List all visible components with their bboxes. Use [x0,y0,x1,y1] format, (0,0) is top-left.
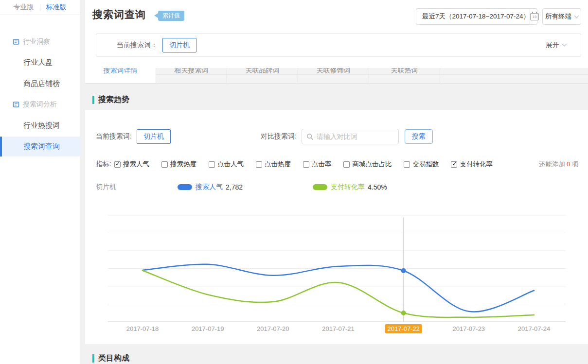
detail-tab-0[interactable]: 搜索词详情 [85,68,156,84]
detail-tabs: 搜索词详情相关搜索词关联品牌词关联修饰词关联热词 [85,68,588,84]
metric-checkbox-item-5[interactable]: 商城点击占比 [343,160,392,169]
metric-checkbox-item-3[interactable]: 点击热度 [256,160,291,169]
legend-swatch-icon [178,184,192,190]
tab-pro-version[interactable]: 专业版 [8,3,40,12]
series-line-1 [143,270,534,317]
detail-tab-1[interactable]: 相关搜索词 [156,68,227,84]
metric-label: 交易指数 [412,160,439,169]
metric-checkbox-item-1[interactable]: 搜索热度 [161,160,196,169]
tab-standard-version[interactable]: 标准版 [40,3,72,12]
remaining-count: 0 [567,160,570,168]
trend-panel: 当前搜索词: 切片机 对比搜索词: 搜索 指标: 搜索人气搜索热度点击人气点击热… [85,110,588,344]
metric-label: 商城点击占比 [352,160,392,169]
sidebar-item-5[interactable]: 搜索词查询 [0,137,80,156]
compare-keyword-label: 对比搜索词: [261,132,297,141]
series-marker-dot-0 [401,268,406,273]
expand-label: 展开 [546,41,559,50]
sidebar-item-label: 搜索词查询 [23,142,60,151]
current-keyword-label: 当前搜索词： [117,41,158,50]
metric-label: 点击热度 [265,160,291,169]
checkbox-unchecked-icon[interactable] [209,161,215,168]
legend-value: 4.50% [368,183,387,191]
x-tick-label: 2017-07-23 [453,325,485,332]
sidebar: 专业版 标准版 行业洞察行业大盘商品店铺榜搜索词分析行业热搜词搜索词查询 [0,0,80,364]
legend-item-0: 搜索人气2,782 [178,183,243,191]
x-tick-label: 2017-07-21 [322,325,355,332]
tabstrip-filler [440,68,588,83]
metrics-label: 指标: [96,160,111,169]
metric-checkbox-item-0[interactable]: 搜索人气 [114,160,149,169]
checkbox-unchecked-icon[interactable] [303,161,309,168]
metric-checkbox-item-4[interactable]: 点击率 [303,160,332,169]
detail-tab-label: 相关搜索词 [156,68,227,75]
metric-label: 搜索热度 [170,160,196,169]
x-tick-label: 2017-07-20 [257,325,289,332]
metric-checkbox-item-2[interactable]: 点击人气 [209,160,244,169]
compare-search-button[interactable]: 搜索 [405,129,433,144]
date-range-text: 最近7天（2017-07-18~2017-07-24） [416,12,530,21]
date-range-picker[interactable]: 最近7天（2017-07-18~2017-07-24） 15 [416,8,537,25]
industry-insight-icon [13,38,19,45]
chevron-down-icon [574,13,579,18]
sidebar-item-3: 搜索词分析 [0,95,80,114]
checkbox-checked-icon[interactable] [451,161,457,168]
calendar-icon: 15 [530,13,539,20]
trend-section-title: 搜索趋势 [92,95,129,105]
detail-tab-4[interactable]: 关联热词 [369,68,440,84]
compare-input-wrap [302,129,399,144]
chart-legend: 切片机 搜索人气2,782支付转化率4.50% [96,183,387,191]
metrics-list: 搜索人气搜索热度点击人气点击热度点击率商城点击占比交易指数支付转化率 [114,160,493,169]
detail-tab-label: 关联修饰词 [298,68,369,75]
legend-name: 搜索人气 [196,183,223,191]
legend-keyword: 切片机 [96,183,116,191]
legend-value: 2,782 [226,183,243,191]
remaining-addable-text: 还能添加0项 [539,160,578,169]
sidebar-item-1[interactable]: 行业大盘 [0,53,80,71]
category-section-title-text: 类目构成 [98,353,129,364]
x-tick-label: 2017-07-24 [518,325,551,332]
series-marker-dot-1 [401,311,406,315]
detail-tab-3[interactable]: 关联修饰词 [298,68,369,84]
search-icon [306,133,314,140]
x-tick-label-highlighted: 2017-07-22 [387,325,420,332]
detail-tab-label: 搜索词详情 [85,68,156,75]
chevron-down-icon [562,42,567,47]
expand-toggle[interactable]: 展开 [546,41,566,50]
trend-chart[interactable]: 2017-07-182017-07-192017-07-202017-07-21… [107,211,567,340]
trend-keyword-button[interactable]: 切片机 [137,129,171,144]
trend-chart-svg: 2017-07-182017-07-192017-07-202017-07-21… [107,211,567,340]
compare-keyword-input[interactable] [317,133,398,140]
metric-label: 点击率 [312,160,332,169]
legend-name: 支付转化率 [331,183,365,191]
metric-checkbox-item-7[interactable]: 支付转化率 [451,160,493,169]
checkbox-unchecked-icon[interactable] [404,161,410,168]
metrics-row: 指标: 搜索人气搜索热度点击人气点击热度点击率商城点击占比交易指数支付转化率 还… [96,160,578,169]
terminal-filter-dropdown[interactable]: 所有终端 [542,8,581,25]
detail-tab-label: 关联热词 [369,68,440,75]
sidebar-item-label: 搜索词分析 [23,100,57,109]
current-keyword-button[interactable]: 切片机 [162,38,196,52]
metric-checkbox-item-6[interactable]: 交易指数 [404,160,439,169]
checkbox-unchecked-icon[interactable] [161,161,168,168]
sidebar-item-label: 行业洞察 [23,37,50,46]
metric-label: 搜索人气 [123,160,149,169]
sidebar-item-4[interactable]: 行业热搜词 [0,116,80,135]
calendar-button[interactable]: 15 [530,9,539,24]
trend-controls: 当前搜索词: 切片机 对比搜索词: 搜索 [96,128,577,145]
keyword-analysis-icon [13,101,19,108]
sidebar-item-0: 行业洞察 [0,33,80,51]
sidebar-item-label: 商品店铺榜 [23,79,60,88]
checkbox-unchecked-icon[interactable] [343,161,350,168]
detail-tab-2[interactable]: 关联品牌词 [227,68,298,84]
divider [156,74,588,75]
terminal-filter-value: 所有终端 [545,12,571,21]
app: 专业版 标准版 行业洞察行业大盘商品店铺榜搜索词分析行业热搜词搜索词查询 搜索词… [0,0,588,364]
checkbox-checked-icon[interactable] [114,161,121,168]
current-keyword-card: 当前搜索词： 切片机 展开 [96,33,581,57]
metric-label: 点击人气 [217,160,244,169]
sidebar-item-label: 行业热搜词 [23,121,60,130]
page-header: 搜索词查询 累计值 最近7天（2017-07-18~2017-07-24） 15… [85,0,588,68]
detail-tab-label: 关联品牌词 [227,68,298,75]
checkbox-unchecked-icon[interactable] [256,161,262,168]
sidebar-item-2[interactable]: 商品店铺榜 [0,74,80,93]
